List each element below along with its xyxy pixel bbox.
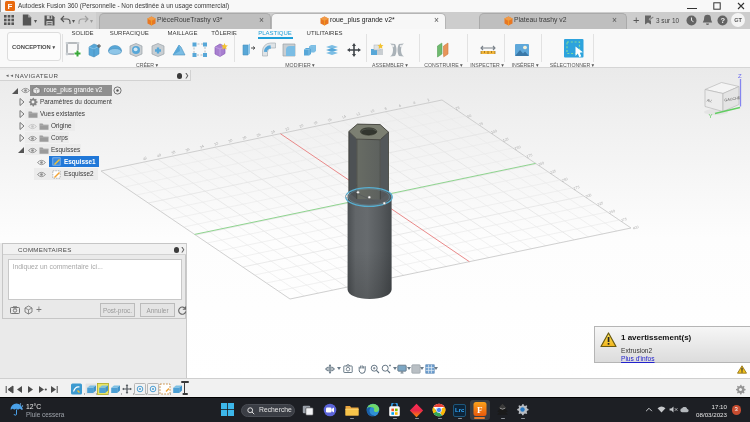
svg-text:175: 175 (526, 153, 533, 159)
svg-text:30: 30 (228, 138, 233, 143)
svg-text:100: 100 (490, 129, 497, 135)
svg-text:50: 50 (467, 114, 472, 119)
svg-text:8: 8 (384, 107, 388, 111)
svg-text:18: 18 (313, 120, 318, 125)
svg-text:Y: Y (709, 113, 713, 119)
svg-text:F: F (8, 2, 13, 11)
svg-text:F: F (477, 404, 483, 414)
svg-text:32: 32 (214, 141, 219, 146)
svg-text:6: 6 (398, 104, 402, 108)
svg-text:75: 75 (479, 122, 484, 127)
svg-text:26: 26 (256, 132, 261, 137)
svg-text:275: 275 (573, 185, 580, 191)
svg-text:150: 150 (514, 145, 521, 151)
svg-text:20: 20 (299, 123, 304, 128)
svg-text:250: 250 (561, 177, 568, 183)
svg-text:10: 10 (370, 109, 375, 114)
svg-text:125: 125 (502, 137, 509, 143)
svg-text:22: 22 (285, 126, 290, 131)
svg-text:300: 300 (585, 193, 592, 199)
svg-text:4: 4 (412, 101, 416, 105)
svg-text:24: 24 (270, 129, 275, 134)
svg-text:34: 34 (199, 144, 204, 149)
svg-text:325: 325 (597, 201, 604, 207)
svg-text:225: 225 (550, 169, 557, 175)
svg-text:14: 14 (341, 115, 346, 120)
svg-text:400: 400 (632, 225, 639, 231)
svg-text:12: 12 (356, 112, 361, 117)
svg-text:350: 350 (609, 209, 616, 215)
svg-text:Z: Z (738, 73, 742, 79)
svg-text:16: 16 (327, 118, 332, 123)
svg-text:2: 2 (427, 98, 431, 102)
svg-text:?: ? (720, 16, 725, 25)
svg-text:200: 200 (538, 161, 545, 167)
svg-text:25: 25 (455, 106, 460, 111)
svg-text:28: 28 (242, 135, 247, 140)
svg-text:375: 375 (620, 217, 627, 223)
